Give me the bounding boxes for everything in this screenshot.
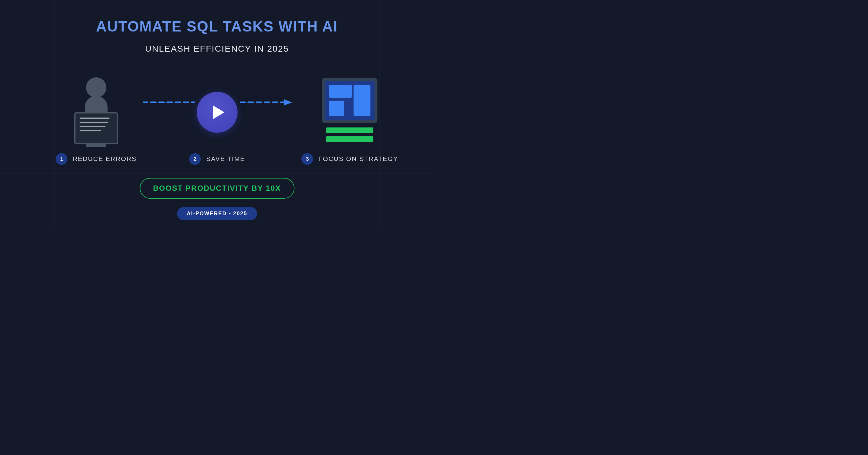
play-button[interactable] <box>197 92 238 133</box>
step-label-2: SAVE TIME <box>206 155 245 163</box>
play-icon <box>213 105 224 119</box>
step-label-1: REDUCE ERRORS <box>72 155 136 163</box>
dashboard-icon <box>291 76 408 149</box>
badge-ai-powered: AI-POWERED • 2025 <box>177 207 257 220</box>
svg-marker-2 <box>284 99 292 106</box>
page-subtitle: UNLEASH EFFICIENCY IN 2025 <box>0 44 434 54</box>
cta-boost-button[interactable]: BOOST PRODUCTIVITY BY 10X <box>140 178 294 199</box>
step-column-3: 3 FOCUS ON STRATEGY <box>291 76 408 165</box>
manual-work-icon <box>38 76 154 149</box>
page-title: AUTOMATE SQL TASKS WITH AI <box>0 18 434 35</box>
step-column-2: 2 SAVE TIME <box>159 76 275 165</box>
step-label-3: FOCUS ON STRATEGY <box>318 155 398 163</box>
step-badge-2: 2 <box>189 153 201 165</box>
step-badge-1: 1 <box>56 153 67 165</box>
step-column-1: 1 REDUCE ERRORS <box>38 76 154 165</box>
step-badge-3: 3 <box>301 153 313 165</box>
